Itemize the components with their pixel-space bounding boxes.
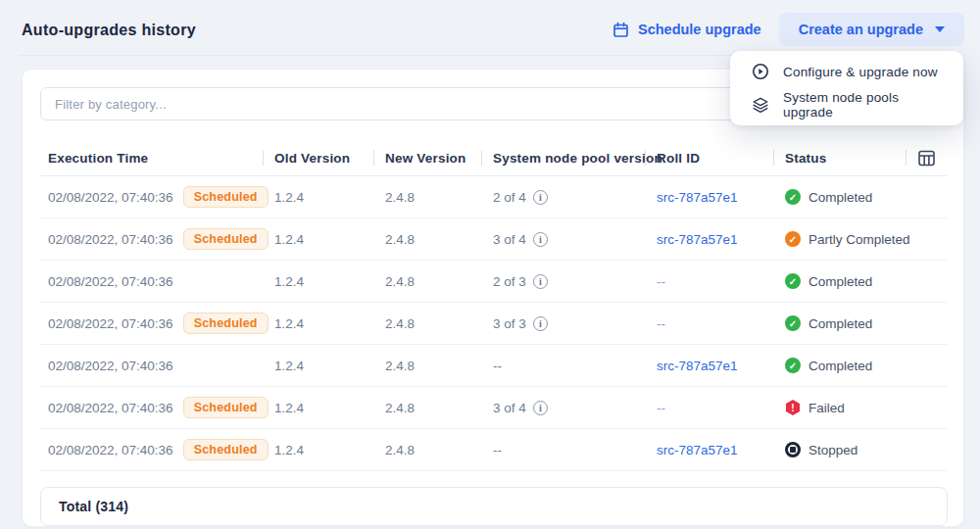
old-version: 1.2.4 (274, 401, 304, 415)
status-label: Partly Completed (808, 232, 910, 247)
old-version: 1.2.4 (274, 190, 304, 205)
status-failed-icon: ! (785, 400, 801, 415)
menu-item-label: System node pools upgrade (783, 90, 942, 120)
execution-time: 02/08/2022, 07:40:36 (48, 443, 173, 457)
system-node-pool-version: 3 of 4 (493, 401, 526, 415)
status-completed-icon: ✓ (785, 273, 801, 289)
old-version: 1.2.4 (274, 359, 304, 373)
execution-time: 02/08/2022, 07:40:36 (48, 232, 173, 247)
system-node-pool-version: -- (493, 359, 502, 373)
status-completed-icon: ✓ (785, 358, 801, 373)
menu-item-configure-upgrade-now[interactable]: Configure & upgrade now (730, 55, 963, 88)
old-version: 1.2.4 (274, 316, 304, 331)
column-settings-button[interactable] (906, 149, 948, 168)
table-columns-icon (917, 149, 936, 168)
status-label: Stopped (808, 443, 858, 457)
status-label: Completed (808, 190, 872, 205)
history-card: Execution Time Old Version New Version S… (22, 69, 964, 527)
table-body: 02/08/2022, 07:40:36 Scheduled 1.2.4 2.4… (40, 176, 948, 471)
roll-id-link[interactable]: src-787a57e1 (657, 232, 738, 247)
status-label: Failed (808, 401, 845, 415)
new-version: 2.4.8 (385, 401, 415, 415)
table-row: 02/08/2022, 07:40:36 Scheduled 1.2.4 2.4… (40, 218, 948, 261)
new-version: 2.4.8 (385, 316, 415, 331)
new-version: 2.4.8 (385, 274, 415, 289)
roll-id-link: -- (657, 316, 665, 331)
info-icon[interactable]: i (533, 232, 548, 247)
roll-id-link[interactable]: src-787a57e1 (657, 190, 738, 205)
play-circle-icon (752, 63, 769, 80)
col-execution-time: Execution Time (40, 151, 263, 166)
create-upgrade-button[interactable]: Create an upgrade (779, 13, 964, 46)
new-version: 2.4.8 (385, 190, 415, 205)
new-version: 2.4.8 (385, 359, 415, 373)
schedule-upgrade-button[interactable]: Schedule upgrade (612, 22, 761, 38)
layers-icon (752, 96, 769, 114)
upgrades-table: Execution Time Old Version New Version S… (40, 140, 948, 471)
table-header-row: Execution Time Old Version New Version S… (40, 140, 948, 176)
status-label: Completed (808, 316, 872, 331)
roll-id-link: -- (657, 401, 665, 415)
execution-time: 02/08/2022, 07:40:36 (48, 316, 173, 331)
new-version: 2.4.8 (385, 443, 415, 457)
status-label: Completed (808, 359, 872, 373)
status-stopped-icon (785, 442, 801, 457)
old-version: 1.2.4 (274, 443, 304, 457)
page-header: Auto-upgrades history Schedule upgrade C… (0, 0, 980, 55)
total-count: Total (314) (59, 499, 128, 514)
info-icon[interactable]: i (533, 274, 548, 289)
col-system-node-pool-version: System node pool version (481, 151, 645, 166)
system-node-pool-version: 3 of 3 (493, 316, 526, 331)
menu-item-system-node-pools-upgrade[interactable]: System node pools upgrade (730, 88, 963, 121)
roll-id-link: -- (657, 274, 665, 289)
table-row: 02/08/2022, 07:40:36 Scheduled 1.2.4 2.4… (40, 176, 948, 218)
table-row: 02/08/2022, 07:40:36 1.2.4 2.4.8 2 of 3 … (40, 261, 948, 303)
info-icon[interactable]: i (533, 190, 548, 205)
table-row: 02/08/2022, 07:40:36 Scheduled 1.2.4 2.4… (40, 429, 948, 471)
auto-upgrades-page: Auto-upgrades history Schedule upgrade C… (0, 0, 980, 529)
scheduled-badge: Scheduled (183, 186, 269, 208)
info-icon[interactable]: i (533, 401, 548, 415)
col-status: Status (773, 151, 906, 166)
execution-time: 02/08/2022, 07:40:36 (48, 401, 173, 415)
table-row: 02/08/2022, 07:40:36 1.2.4 2.4.8 -- i sr… (40, 345, 948, 387)
schedule-upgrade-label: Schedule upgrade (638, 22, 761, 37)
status-completed-icon: ✓ (785, 189, 801, 205)
menu-item-label: Configure & upgrade now (783, 65, 938, 79)
calendar-icon (612, 22, 629, 38)
page-title: Auto-upgrades history (22, 22, 196, 39)
execution-time: 02/08/2022, 07:40:36 (48, 359, 173, 373)
old-version: 1.2.4 (274, 232, 304, 247)
scheduled-badge: Scheduled (183, 439, 269, 460)
info-icon[interactable]: i (533, 316, 548, 331)
new-version: 2.4.8 (385, 232, 415, 247)
status-completed-icon: ✓ (785, 315, 801, 331)
roll-id-link[interactable]: src-787a57e1 (657, 359, 738, 373)
table-row: 02/08/2022, 07:40:36 Scheduled 1.2.4 2.4… (40, 303, 948, 345)
system-node-pool-version: -- (493, 443, 502, 457)
scheduled-badge: Scheduled (183, 313, 269, 334)
table-row: 02/08/2022, 07:40:36 Scheduled 1.2.4 2.4… (40, 387, 948, 429)
header-actions: Schedule upgrade Create an upgrade (612, 13, 964, 46)
scheduled-badge: Scheduled (183, 397, 269, 418)
status-partly-icon: ✓ (785, 231, 801, 247)
create-upgrade-label: Create an upgrade (799, 22, 923, 37)
scheduled-badge: Scheduled (183, 228, 269, 250)
col-new-version: New Version (373, 151, 481, 166)
total-row: Total (314) (40, 487, 948, 526)
status-label: Completed (808, 274, 872, 289)
chevron-down-icon (935, 26, 945, 32)
system-node-pool-version: 2 of 4 (493, 190, 526, 205)
system-node-pool-version: 3 of 4 (493, 232, 526, 247)
col-roll-id: Roll ID (645, 151, 773, 166)
execution-time: 02/08/2022, 07:40:36 (48, 190, 173, 205)
system-node-pool-version: 2 of 3 (493, 274, 526, 289)
create-upgrade-menu: Configure & upgrade now System node pool… (730, 51, 963, 125)
roll-id-link[interactable]: src-787a57e1 (657, 443, 738, 457)
old-version: 1.2.4 (274, 274, 304, 289)
execution-time: 02/08/2022, 07:40:36 (48, 274, 173, 289)
col-old-version: Old Version (263, 151, 373, 166)
